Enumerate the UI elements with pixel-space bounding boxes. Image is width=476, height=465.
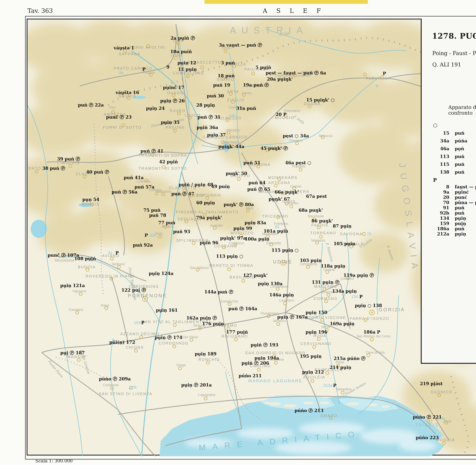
place-name: Zompicchia xyxy=(220,299,238,303)
place-name: Navaróns xyxy=(157,190,171,194)
legend-point-number: 34a xyxy=(433,137,449,145)
place-name: CORMÓNS xyxy=(314,296,338,301)
legend-row: 212apu̯iṇ xyxy=(433,231,476,236)
map-point-label: puń 30 xyxy=(207,93,224,98)
region-label: AUSTRIA xyxy=(230,25,308,35)
map-point-label: puŋk' Ⓟ 80a xyxy=(224,202,254,208)
map-point-label: púńo 223 xyxy=(416,435,439,440)
town-marker xyxy=(363,73,367,76)
legend-body: ○15puń34apúńa46apǫń113puń115puń138puńP8f… xyxy=(433,121,476,236)
place-name: PRATO CARNICO xyxy=(114,66,152,71)
legend-row: 70pŭna — puń xyxy=(433,200,476,205)
place-name: ARTEGNA xyxy=(268,181,291,185)
place-name: Cisèriis xyxy=(290,184,302,189)
town-marker xyxy=(200,65,204,69)
legend-row: 138puń xyxy=(433,168,476,176)
legend-dialect-form: pu̯iṇ xyxy=(455,216,466,221)
map-point-label: 131 pu̯iṇ Ⓟ xyxy=(312,279,339,285)
map-point-label: 122 pui̯ Ⓟ xyxy=(121,287,146,293)
map-point-label: púńo 211 xyxy=(239,373,262,378)
map-point-label: púńo Ⓟ 213 xyxy=(294,408,324,413)
map-point-label: 40 puń Ⓟ xyxy=(86,169,109,175)
place-name: MORUZZO xyxy=(231,231,254,235)
map-point-label: 42 pu̯iń xyxy=(159,159,178,164)
place-name: Gorgo xyxy=(176,363,186,367)
map-gloss: Poing - Faust - Pest xyxy=(432,50,476,56)
place-name: MONTENÁRS xyxy=(268,176,298,180)
place-name: GRADO xyxy=(321,414,337,418)
map-point-label: 87 pu̯iṇ xyxy=(333,223,352,229)
place-name: TORREANO xyxy=(310,231,336,235)
place-name: Cavolano xyxy=(69,308,83,312)
map-point-label: 169a pu̯iṇ xyxy=(330,321,354,326)
place-name: Sedrano xyxy=(112,262,125,266)
legend-row: 91puń xyxy=(433,205,476,210)
place-name: TRICESIMO xyxy=(262,214,288,218)
map-point-label: 79a pu̯iŋk' xyxy=(196,215,222,220)
place-name: CHIONS xyxy=(126,345,144,349)
place-name: Cergneu xyxy=(285,201,298,205)
apparato-di-confronto: Apparato di confronto ○15puń34apúńa46apǫ… xyxy=(433,104,476,236)
town-marker xyxy=(257,368,260,371)
map-point-label: puŋk' 50 xyxy=(226,171,247,176)
map-point-label: puń Ⓟ 47 xyxy=(171,191,194,197)
map-point-label: pu̯iṇ 196 xyxy=(306,329,327,335)
city-marker xyxy=(369,310,375,315)
scan-highlight-mark xyxy=(205,0,368,4)
place-name: MUGGIA xyxy=(436,438,455,442)
place-name: Cave di Sels xyxy=(366,350,385,355)
place-name: FORNI AVOLTRI xyxy=(130,45,165,50)
legend-row: 115puń xyxy=(433,160,476,168)
map-point-label: váu̯stə 1 xyxy=(114,45,134,51)
legend-row: 9apu̯inć xyxy=(433,189,476,195)
legend-point-number: 20 xyxy=(433,195,449,200)
legend-row: 15puń xyxy=(433,129,476,137)
map-point-label: P xyxy=(359,294,363,299)
legend-dialect-form: puń xyxy=(455,205,464,210)
map-source: Q. ALI 191 xyxy=(432,62,461,68)
place-name: RAVEO xyxy=(170,108,185,113)
map-point-label: puń 57a xyxy=(135,184,154,190)
map-point-label: puń 92a xyxy=(133,243,153,248)
legend-point-number: 91 xyxy=(433,205,449,210)
map-point-label: puń 93 xyxy=(173,229,190,234)
legend-row: 46apǫń xyxy=(433,145,476,153)
map-point-label: 20 P xyxy=(276,112,287,117)
map-point-label: 31a puń xyxy=(236,106,256,111)
legend-point-number: 138 xyxy=(433,168,449,176)
place-name: ARTA xyxy=(227,89,239,94)
legend-title: Apparato di confronto xyxy=(448,104,476,116)
legend-row: 34apúńa xyxy=(433,137,476,145)
map-point-label: pu̯iṇ 99 xyxy=(233,226,252,231)
map-point-label: 39 puń Ⓟ xyxy=(57,156,80,162)
map-point-label: 214 pu̯iṇ xyxy=(330,365,351,370)
map-point-label: pu̯iń Ⓟ 193 xyxy=(251,342,278,348)
map-point-label: 75 puń xyxy=(143,208,160,213)
map-point-label: P xyxy=(383,71,386,76)
map-point-label: pu̯iŋk' 97a xyxy=(220,235,246,241)
water-label: TRIESTE xyxy=(415,423,439,428)
map-point-label: pu̯iṇ 12 xyxy=(177,60,196,65)
map-point-label: 66a pu̯ŋk' xyxy=(275,190,299,195)
place-name: PINZANO AL TAGLIAMENTO xyxy=(176,210,239,214)
map-point-label: puń Ⓟ 31 xyxy=(197,114,220,120)
map-point-label: puń Ⓟ 56a xyxy=(112,189,138,195)
map-point-label: 38 puń Ⓟ xyxy=(42,165,65,171)
map-point-label: pu̯ŋk' 67 xyxy=(269,196,290,201)
place-name: ZUGLIO xyxy=(227,98,245,102)
map-point-label: P xyxy=(145,233,148,238)
place-name: Vico xyxy=(109,106,116,109)
map-point-label: pu̯iṇ 189 xyxy=(195,351,216,356)
map-point-label: pu̯iṇ 130a xyxy=(258,281,282,286)
map-point-label: puń Ⓟ 41 xyxy=(141,148,163,154)
place-name: San Odorico xyxy=(190,266,209,270)
map-point-label: 68a puŋk' xyxy=(299,208,323,213)
place-name: FARRA D'ISONZO xyxy=(350,316,389,321)
legend-point-number: 8 xyxy=(433,184,449,189)
place-name: PREONE xyxy=(166,125,185,129)
map-point-label: 10a puíń xyxy=(170,49,192,54)
blue-ref-number: 209 xyxy=(130,385,136,390)
map-point-label: 144a puń Ⓟ xyxy=(204,289,233,295)
map-point-label: 108 pu̯i̯ń xyxy=(74,256,96,261)
legend-point-number: 115 xyxy=(433,160,449,168)
